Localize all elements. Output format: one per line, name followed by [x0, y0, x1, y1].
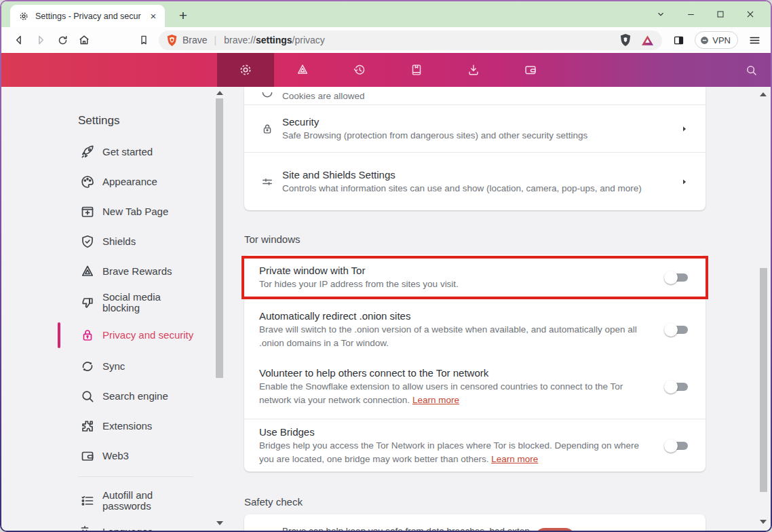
private-window-with-tor-row[interactable]: Private window with Tor Tor hides your I… — [244, 259, 706, 297]
site-and-shields-row[interactable]: Site and Shields Settings Controls what … — [244, 153, 706, 210]
row-title: Automatically redirect .onion sites — [259, 309, 656, 323]
row-subtitle: Safe Browsing (protection from dangerous… — [282, 129, 671, 142]
home-button[interactable] — [75, 31, 94, 50]
vpn-status-icon — [700, 36, 709, 45]
sidebar-scrollbar[interactable] — [216, 87, 223, 531]
sidebar-item-brave-rewards[interactable]: Brave Rewards — [58, 262, 225, 281]
sidebar-item-label: Languages — [102, 527, 199, 531]
sidebar-item-label: Brave Rewards — [102, 266, 199, 277]
vpn-button[interactable]: VPN — [695, 31, 738, 49]
banner-wallet-icon[interactable] — [502, 53, 559, 87]
settings-main: Cookies are allowed Security Safe Browsi… — [225, 87, 771, 531]
chevron-right-icon — [680, 125, 689, 133]
url-separator: | — [214, 35, 217, 45]
banner-history-icon[interactable] — [331, 53, 388, 87]
sidebar-item-autofill-and-passwords[interactable]: Autofill and passwords — [58, 490, 225, 512]
site-label[interactable]: Brave — [182, 35, 208, 45]
scroll-up-arrow-icon[interactable] — [216, 91, 223, 95]
tab-search-chevron-icon[interactable] — [646, 3, 676, 25]
reload-button[interactable] — [53, 31, 72, 50]
tab-close-icon[interactable]: × — [147, 10, 159, 22]
address-bar[interactable]: Brave | brave://settings/privacy — [159, 31, 662, 50]
sidebar-item-label: Get started — [102, 147, 199, 157]
sidebar-item-shields[interactable]: Shields — [58, 232, 225, 251]
brave-shield-orange-icon[interactable] — [166, 34, 178, 47]
volunteer-snowflake-toggle[interactable] — [665, 382, 689, 392]
tab-settings[interactable]: Settings - Privacy and security × — [10, 5, 165, 27]
row-title: Volunteer to help others connect to the … — [259, 366, 656, 380]
auto-redirect-onion-row[interactable]: Automatically redirect .onion sites Brav… — [244, 307, 706, 353]
cookies-status-label: Cookies are allowed — [282, 91, 365, 102]
forward-button[interactable] — [31, 31, 50, 50]
brave-rewards-triangle-icon[interactable] — [641, 35, 654, 46]
settings-banner — [1, 53, 771, 87]
scroll-down-arrow-icon[interactable] — [216, 521, 223, 525]
new-tab-page-icon — [79, 204, 96, 220]
scroll-down-arrow-icon[interactable] — [760, 520, 767, 524]
safety-check-card-partial: Brave can help keep you safe from data b… — [244, 514, 706, 531]
sync-icon — [79, 358, 96, 375]
sidebar-item-languages[interactable]: Languages — [58, 522, 225, 531]
sidebar-item-search-engine[interactable]: Search engine — [58, 387, 225, 406]
sidebar-item-get-started[interactable]: Get started — [58, 142, 225, 162]
back-button[interactable] — [9, 31, 28, 50]
banner-rewards-icon[interactable] — [274, 53, 331, 87]
navigation-toolbar: Brave | brave://settings/privacy VPN — [1, 27, 771, 53]
row-divider — [244, 419, 706, 419]
learn-more-link[interactable]: Learn more — [491, 454, 538, 464]
security-row[interactable]: Security Safe Browsing (protection from … — [244, 105, 706, 152]
page-scrollbar-thumb[interactable] — [760, 268, 767, 492]
use-bridges-row[interactable]: Use Bridges Bridges help you access the … — [244, 423, 706, 468]
volunteer-snowflake-row[interactable]: Volunteer to help others connect to the … — [244, 364, 706, 410]
chevron-right-icon — [680, 178, 689, 186]
tab-strip: Settings - Privacy and security × + — [1, 1, 771, 27]
active-indicator — [58, 322, 60, 348]
check-now-button-partial[interactable] — [535, 528, 575, 531]
banner-settings-gear-icon[interactable] — [217, 53, 274, 87]
banner-downloads-icon[interactable] — [445, 53, 502, 87]
row-subtitle: Controls what information sites can use … — [282, 182, 671, 195]
learn-more-link[interactable]: Learn more — [412, 395, 459, 405]
banner-bookmarks-icon[interactable] — [388, 53, 445, 87]
sidebar-item-label: Extensions — [102, 421, 199, 432]
sidebar-item-new-tab-page[interactable]: New Tab Page — [58, 202, 225, 221]
banner-search-icon[interactable] — [744, 53, 758, 87]
sidebar-scrollbar-thumb[interactable] — [216, 98, 223, 378]
rocket-icon — [79, 144, 96, 160]
wallet-icon — [79, 448, 96, 464]
safety-check-heading: Safety check — [244, 496, 706, 510]
use-bridges-toggle[interactable] — [665, 441, 689, 451]
cookies-row-partial[interactable]: Cookies are allowed — [244, 87, 706, 104]
sidebar-item-label: Sync — [102, 361, 199, 372]
page-scrollbar[interactable] — [759, 87, 768, 531]
new-tab-button[interactable]: + — [174, 7, 192, 24]
translate-icon — [79, 524, 96, 531]
brave-shields-icon[interactable] — [619, 33, 632, 47]
sidebar-item-social-media-blocking[interactable]: Social media blocking — [58, 292, 225, 314]
private-window-with-tor-toggle[interactable] — [665, 273, 689, 282]
minimize-button[interactable] — [676, 3, 706, 25]
bookmark-icon[interactable] — [134, 31, 153, 50]
row-title: Site and Shields Settings — [282, 168, 671, 182]
menu-hamburger-icon[interactable] — [745, 31, 764, 50]
sidebar-item-label: Shields — [102, 236, 199, 247]
privacy-card-partial: Cookies are allowed Security Safe Browsi… — [244, 87, 706, 210]
close-window-button[interactable] — [735, 3, 765, 25]
sidebar-item-extensions[interactable]: Extensions — [58, 417, 225, 436]
sidebar-item-sync[interactable]: Sync — [58, 357, 225, 376]
settings-content: Settings Get started Appearance — [1, 87, 771, 531]
security-lock-icon — [259, 121, 275, 137]
sidebar-item-appearance[interactable]: Appearance — [58, 172, 225, 191]
tor-windows-card: Private window with Tor Tor hides your I… — [244, 254, 706, 472]
row-subtitle: Enable the Snowflake extension to allow … — [259, 380, 649, 407]
tab-title: Settings - Privacy and security — [35, 12, 141, 21]
scroll-up-arrow-icon[interactable] — [760, 92, 767, 96]
puzzle-icon — [79, 418, 96, 434]
sidebar-item-label: Appearance — [102, 176, 199, 187]
maximize-button[interactable] — [706, 3, 735, 25]
sidebar-item-web3[interactable]: Web3 — [58, 446, 225, 466]
url-text[interactable]: brave://settings/privacy — [224, 35, 325, 45]
sidebar-toggle-icon[interactable] — [669, 31, 688, 50]
sidebar-item-privacy-and-security[interactable]: Privacy and security — [58, 324, 225, 346]
auto-redirect-onion-toggle[interactable] — [665, 325, 689, 335]
